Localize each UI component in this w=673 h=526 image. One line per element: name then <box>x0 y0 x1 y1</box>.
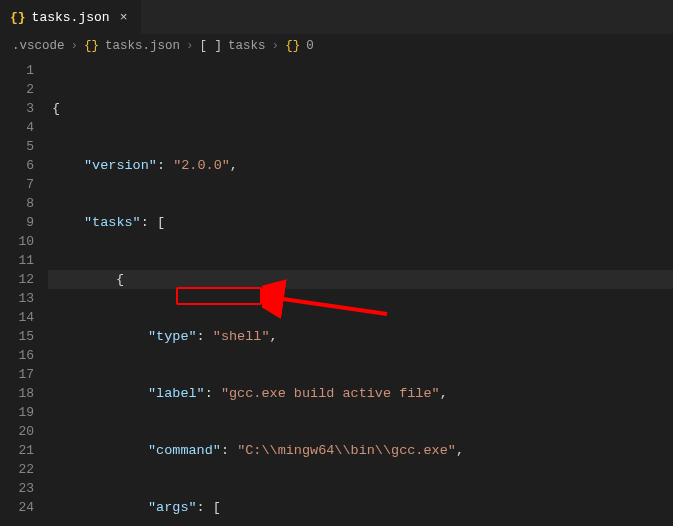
tab-label: tasks.json <box>32 10 110 25</box>
line-number: 2 <box>0 80 34 99</box>
line-number: 14 <box>0 308 34 327</box>
chevron-right-icon: › <box>186 39 194 53</box>
breadcrumb-tasks[interactable]: tasks <box>228 39 266 53</box>
line-number: 23 <box>0 479 34 498</box>
line-number: 1 <box>0 61 34 80</box>
line-number: 3 <box>0 99 34 118</box>
line-number: 10 <box>0 232 34 251</box>
breadcrumb: .vscode › {} tasks.json › [ ] tasks › {}… <box>0 35 673 57</box>
brace: { <box>52 101 60 116</box>
line-number: 6 <box>0 156 34 175</box>
json-key: "label" <box>148 386 205 401</box>
line-number: 22 <box>0 460 34 479</box>
breadcrumb-tasksjson[interactable]: tasks.json <box>105 39 180 53</box>
line-number: 17 <box>0 365 34 384</box>
editor[interactable]: 123456789101112131415161718192021222324 … <box>0 57 673 526</box>
json-icon: {} <box>84 39 99 53</box>
json-string: "gcc.exe build active file" <box>221 386 440 401</box>
line-number: 19 <box>0 403 34 422</box>
line-number: 5 <box>0 137 34 156</box>
line-number: 8 <box>0 194 34 213</box>
json-key: "type" <box>148 329 197 344</box>
breadcrumb-0[interactable]: 0 <box>306 39 314 53</box>
json-string: "2.0.0" <box>173 158 230 173</box>
array-icon: [ ] <box>200 39 223 53</box>
tabs-bar: {} tasks.json × <box>0 0 673 35</box>
json-string: "shell" <box>213 329 270 344</box>
line-number: 16 <box>0 346 34 365</box>
highlight-box-icon <box>176 287 262 305</box>
line-number: 24 <box>0 498 34 517</box>
brace: { <box>116 272 124 287</box>
line-number: 7 <box>0 175 34 194</box>
line-number-gutter: 123456789101112131415161718192021222324 <box>0 57 48 526</box>
line-number: 4 <box>0 118 34 137</box>
json-key: "version" <box>84 158 157 173</box>
code-content[interactable]: { "version": "2.0.0", "tasks": [ { "type… <box>48 57 673 526</box>
json-key: "args" <box>148 500 197 515</box>
breadcrumb-vscode[interactable]: .vscode <box>12 39 65 53</box>
json-key: "command" <box>148 443 221 458</box>
line-number: 20 <box>0 422 34 441</box>
line-number: 13 <box>0 289 34 308</box>
json-file-icon: {} <box>10 10 26 25</box>
close-icon[interactable]: × <box>116 10 132 25</box>
line-number: 9 <box>0 213 34 232</box>
line-number: 21 <box>0 441 34 460</box>
svg-line-1 <box>276 298 387 314</box>
chevron-right-icon: › <box>272 39 280 53</box>
tab-tasks-json[interactable]: {} tasks.json × <box>0 0 142 34</box>
chevron-right-icon: › <box>71 39 79 53</box>
json-string: "C:\\mingw64\\bin\\gcc.exe" <box>237 443 456 458</box>
line-number: 15 <box>0 327 34 346</box>
json-key: "tasks" <box>84 215 141 230</box>
line-number: 12 <box>0 270 34 289</box>
object-icon: {} <box>285 39 300 53</box>
line-number: 11 <box>0 251 34 270</box>
line-number: 18 <box>0 384 34 403</box>
